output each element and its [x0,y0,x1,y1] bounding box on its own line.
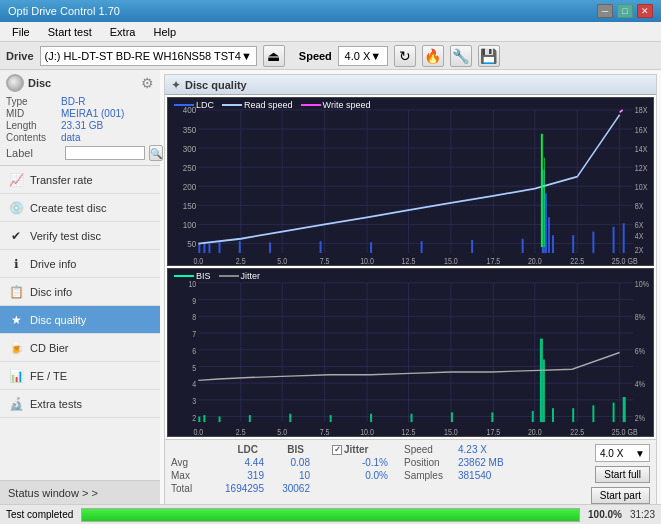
svg-rect-121 [451,412,453,422]
jitter-checkbox[interactable]: ✓ [332,445,342,455]
nav-label-cd-bier: CD Bier [30,342,69,354]
speed-key: Speed [404,444,454,455]
svg-rect-51 [239,241,241,253]
bis-chart: BIS Jitter [167,268,654,437]
cd-bier-icon: 🍺 [8,340,24,356]
extra-tests-icon: 🔬 [8,396,24,412]
svg-text:15.0: 15.0 [444,256,458,265]
speed-dropdown[interactable]: 4.0 X ▼ [595,444,650,462]
disc-quality-icon: ★ [8,312,24,328]
svg-text:250: 250 [183,162,197,173]
svg-rect-114 [203,415,205,422]
bis-legend-label: BIS [196,271,211,281]
maximize-button[interactable]: □ [617,4,633,18]
max-jitter: 0.0% [338,470,388,481]
progress-percent: 100.0% [588,509,622,520]
nav-label-create-test-disc: Create test disc [30,202,106,214]
sidebar-item-disc-info[interactable]: 📋 Disc info [0,278,160,306]
sidebar-item-create-test-disc[interactable]: 💿 Create test disc [0,194,160,222]
status-window-label: Status window > > [8,487,98,499]
ldc-chart: LDC Read speed Write speed [167,97,654,266]
menu-start-test[interactable]: Start test [40,24,100,40]
svg-rect-53 [320,241,322,253]
svg-text:300: 300 [183,143,197,154]
svg-rect-56 [471,240,473,253]
write-speed-legend-label: Write speed [323,100,371,110]
chart1-svg: 400 350 300 250 200 150 100 50 18X [168,98,653,265]
position-row: Position 23862 MB [404,457,504,468]
svg-rect-126 [552,408,554,422]
svg-text:5.0: 5.0 [277,425,287,436]
svg-text:8X: 8X [635,201,644,211]
disc-contents-row: Contents data [6,132,154,143]
jitter-check-spacer [310,444,326,455]
tools-button[interactable]: 🔧 [450,45,472,67]
sidebar-item-extra-tests[interactable]: 🔬 Extra tests [0,390,160,418]
mid-label: MID [6,108,61,119]
start-full-button[interactable]: Start full [595,466,650,483]
svg-rect-113 [198,417,200,423]
contents-label: Contents [6,132,61,143]
disc-type-row: Type BD-R [6,96,154,107]
avg-jitter: -0.1% [338,457,388,468]
speed-row: Speed 4.23 X [404,444,504,455]
speed-selector[interactable]: 4.0 X ▼ [338,46,388,66]
eject-button[interactable]: ⏏ [263,45,285,67]
sidebar-item-fe-te[interactable]: 📊 FE / TE [0,362,160,390]
svg-text:8: 8 [192,311,196,322]
svg-text:6%: 6% [635,345,646,356]
start-part-button[interactable]: Start part [591,487,650,504]
drive-selector[interactable]: (J:) HL-DT-ST BD-RE WH16NS58 TST4 ▼ [40,46,257,66]
svg-text:150: 150 [183,200,197,211]
disc-label-row: Label 🔍 [6,145,154,161]
svg-rect-61 [552,235,554,253]
write-speed-legend-color [301,104,321,106]
svg-text:10X: 10X [635,182,648,192]
stats-headers: LDC BIS ✓ Jitter [171,444,388,455]
sidebar-item-drive-info[interactable]: ℹ Drive info [0,250,160,278]
status-window-button[interactable]: Status window > > [0,480,160,504]
speed-value: 4.0 X [345,50,371,62]
samples-key: Samples [404,470,454,481]
burn-button[interactable]: 🔥 [422,45,444,67]
svg-text:10%: 10% [635,278,650,289]
time-elapsed: 31:23 [630,509,655,520]
menu-help[interactable]: Help [145,24,184,40]
transfer-rate-icon: 📈 [8,172,24,188]
svg-rect-123 [532,411,534,422]
svg-rect-49 [208,244,210,254]
sidebar-item-transfer-rate[interactable]: 📈 Transfer rate [0,166,160,194]
disc-quality-header: ✦ Disc quality [165,75,656,95]
svg-rect-66 [541,134,543,247]
disc-header-label: Disc [28,77,51,89]
max-ldc: 319 [209,470,264,481]
avg-row: Avg 4.44 0.08 -0.1% [171,457,388,468]
menu-extra[interactable]: Extra [102,24,144,40]
sidebar-item-verify-test-disc[interactable]: ✔ Verify test disc [0,222,160,250]
minimize-button[interactable]: ─ [597,4,613,18]
label-browse-button[interactable]: 🔍 [149,145,163,161]
menu-file[interactable]: File [4,24,38,40]
svg-rect-122 [491,412,493,422]
mid-value: MEIRA1 (001) [61,108,124,119]
nav-label-transfer-rate: Transfer rate [30,174,93,186]
titlebar: Opti Drive Control 1.70 ─ □ ✕ [0,0,661,22]
svg-text:4: 4 [192,378,196,389]
disc-panel: Disc ⚙ Type BD-R MID MEIRA1 (001) Length… [0,70,160,166]
svg-text:6X: 6X [635,220,644,230]
speed-label: Speed [299,50,332,62]
svg-rect-50 [219,242,221,253]
close-button[interactable]: ✕ [637,4,653,18]
label-input[interactable] [65,146,145,160]
drive-dropdown-icon: ▼ [241,50,252,62]
disc-quality-panel: ✦ Disc quality LDC Read speed [164,74,657,520]
type-label: Type [6,96,61,107]
sidebar-item-cd-bier[interactable]: 🍺 CD Bier [0,334,160,362]
sidebar-item-disc-quality[interactable]: ★ Disc quality [0,306,160,334]
svg-text:2.5: 2.5 [236,256,246,265]
refresh-button[interactable]: ↻ [394,45,416,67]
read-speed-legend-color [222,104,242,106]
svg-rect-55 [421,241,423,253]
svg-text:20.0: 20.0 [528,425,542,436]
save-button[interactable]: 💾 [478,45,500,67]
